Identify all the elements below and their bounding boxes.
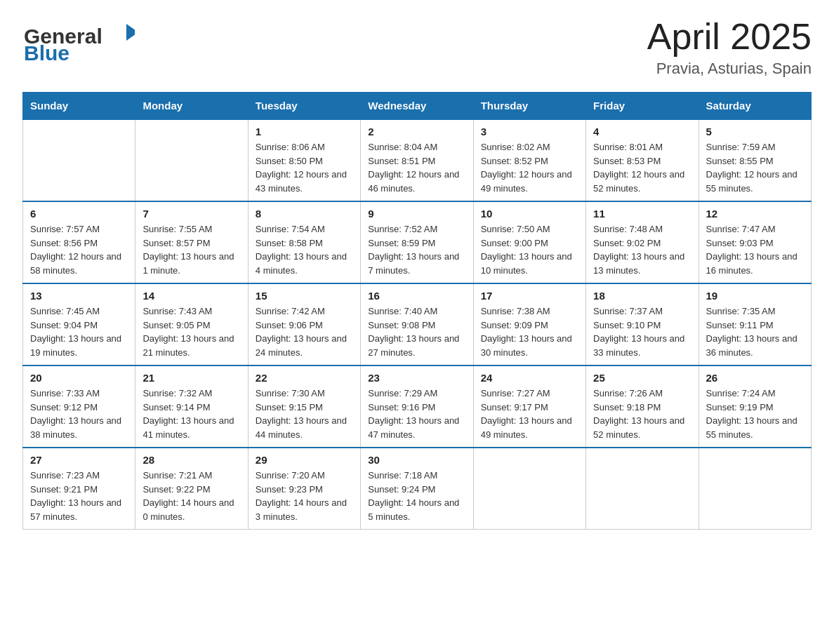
day-number: 3 [481,126,578,137]
day-number: 19 [706,290,804,302]
day-number: 4 [593,126,691,137]
day-number: 15 [256,290,353,302]
table-row: 14Sunrise: 7:43 AMSunset: 9:05 PMDayligh… [135,283,248,365]
day-info: Sunrise: 7:43 AMSunset: 9:05 PMDaylight:… [143,304,240,359]
day-info: Sunrise: 7:38 AMSunset: 9:09 PMDaylight:… [481,304,578,359]
day-info: Sunrise: 8:02 AMSunset: 8:52 PMDaylight:… [481,140,578,195]
day-info: Sunrise: 7:23 AMSunset: 9:21 PMDaylight:… [30,469,128,523]
day-number: 12 [706,208,804,220]
title-block: April 2025 Pravia, Asturias, Spain [647,17,812,78]
day-number: 2 [368,126,465,137]
day-info: Sunrise: 7:48 AMSunset: 9:02 PMDaylight:… [593,222,691,277]
table-row: 25Sunrise: 7:26 AMSunset: 9:18 PMDayligh… [586,365,699,448]
day-number: 16 [368,290,465,302]
day-number: 14 [143,290,240,302]
day-number: 20 [30,372,128,384]
table-row: 6Sunrise: 7:57 AMSunset: 8:56 PMDaylight… [23,201,135,283]
col-sunday: Sunday [23,93,135,120]
table-row: 7Sunrise: 7:55 AMSunset: 8:57 PMDaylight… [135,201,248,283]
calendar-week-row: 27Sunrise: 7:23 AMSunset: 9:21 PMDayligh… [23,448,812,530]
table-row: 24Sunrise: 7:27 AMSunset: 9:17 PMDayligh… [473,365,585,448]
day-number: 22 [256,372,353,384]
day-number: 8 [256,208,353,220]
day-number: 7 [143,208,240,220]
day-info: Sunrise: 7:37 AMSunset: 9:10 PMDaylight:… [593,304,691,359]
table-row: 29Sunrise: 7:20 AMSunset: 9:23 PMDayligh… [248,448,360,530]
col-tuesday: Tuesday [248,93,360,120]
table-row: 1Sunrise: 8:06 AMSunset: 8:50 PMDaylight… [248,119,360,201]
calendar-week-row: 6Sunrise: 7:57 AMSunset: 8:56 PMDaylight… [23,201,812,283]
table-row: 10Sunrise: 7:50 AMSunset: 9:00 PMDayligh… [473,201,585,283]
table-row: 18Sunrise: 7:37 AMSunset: 9:10 PMDayligh… [586,283,699,365]
day-info: Sunrise: 7:42 AMSunset: 9:06 PMDaylight:… [256,304,353,359]
col-thursday: Thursday [473,93,585,120]
table-row: 2Sunrise: 8:04 AMSunset: 8:51 PMDaylight… [361,119,473,201]
table-row: 13Sunrise: 7:45 AMSunset: 9:04 PMDayligh… [23,283,135,365]
table-row [23,119,135,201]
day-info: Sunrise: 7:32 AMSunset: 9:14 PMDaylight:… [143,387,240,441]
table-row: 15Sunrise: 7:42 AMSunset: 9:06 PMDayligh… [248,283,360,365]
day-info: Sunrise: 7:57 AMSunset: 8:56 PMDaylight:… [30,222,128,277]
table-row: 16Sunrise: 7:40 AMSunset: 9:08 PMDayligh… [361,283,473,365]
table-row: 22Sunrise: 7:30 AMSunset: 9:15 PMDayligh… [248,365,360,448]
table-row: 17Sunrise: 7:38 AMSunset: 9:09 PMDayligh… [473,283,585,365]
table-row: 4Sunrise: 8:01 AMSunset: 8:53 PMDaylight… [586,119,699,201]
svg-text:Blue: Blue [24,41,70,65]
table-row: 30Sunrise: 7:18 AMSunset: 9:24 PMDayligh… [361,448,473,530]
table-row: 11Sunrise: 7:48 AMSunset: 9:02 PMDayligh… [586,201,699,283]
day-number: 28 [143,454,240,466]
day-number: 24 [481,372,578,384]
table-row [473,448,585,530]
day-info: Sunrise: 7:18 AMSunset: 9:24 PMDaylight:… [368,469,465,523]
page-header: General Blue April 2025 Pravia, Asturias… [22,17,812,78]
day-number: 5 [706,126,804,137]
col-wednesday: Wednesday [361,93,473,120]
day-info: Sunrise: 7:21 AMSunset: 9:22 PMDaylight:… [143,469,240,523]
day-number: 26 [706,372,804,384]
day-info: Sunrise: 7:55 AMSunset: 8:57 PMDaylight:… [143,222,240,277]
day-info: Sunrise: 8:06 AMSunset: 8:50 PMDaylight:… [256,140,353,195]
day-number: 21 [143,372,240,384]
day-info: Sunrise: 7:27 AMSunset: 9:17 PMDaylight:… [481,387,578,441]
day-number: 27 [30,454,128,466]
day-number: 6 [30,208,128,220]
day-info: Sunrise: 7:20 AMSunset: 9:23 PMDaylight:… [256,469,353,523]
day-number: 10 [481,208,578,220]
table-row: 26Sunrise: 7:24 AMSunset: 9:19 PMDayligh… [699,365,811,448]
table-row: 21Sunrise: 7:32 AMSunset: 9:14 PMDayligh… [135,365,248,448]
day-info: Sunrise: 7:29 AMSunset: 9:16 PMDaylight:… [368,387,465,441]
day-info: Sunrise: 8:04 AMSunset: 8:51 PMDaylight:… [368,140,465,195]
day-number: 29 [256,454,353,466]
day-info: Sunrise: 7:35 AMSunset: 9:11 PMDaylight:… [706,304,804,359]
table-row: 20Sunrise: 7:33 AMSunset: 9:12 PMDayligh… [23,365,135,448]
day-info: Sunrise: 7:59 AMSunset: 8:55 PMDaylight:… [706,140,804,195]
day-number: 23 [368,372,465,384]
day-info: Sunrise: 7:45 AMSunset: 9:04 PMDaylight:… [30,304,128,359]
table-row [699,448,811,530]
day-info: Sunrise: 7:24 AMSunset: 9:19 PMDaylight:… [706,387,804,441]
day-number: 9 [368,208,465,220]
day-info: Sunrise: 8:01 AMSunset: 8:53 PMDaylight:… [593,140,691,195]
day-number: 13 [30,290,128,302]
day-info: Sunrise: 7:33 AMSunset: 9:12 PMDaylight:… [30,387,128,441]
page-subtitle: Pravia, Asturias, Spain [647,60,812,78]
day-number: 17 [481,290,578,302]
col-saturday: Saturday [699,93,811,120]
day-info: Sunrise: 7:47 AMSunset: 9:03 PMDaylight:… [706,222,804,277]
table-row: 9Sunrise: 7:52 AMSunset: 8:59 PMDaylight… [361,201,473,283]
day-number: 1 [256,126,353,137]
table-row: 28Sunrise: 7:21 AMSunset: 9:22 PMDayligh… [135,448,248,530]
table-row: 8Sunrise: 7:54 AMSunset: 8:58 PMDaylight… [248,201,360,283]
calendar-week-row: 20Sunrise: 7:33 AMSunset: 9:12 PMDayligh… [23,365,812,448]
calendar-week-row: 13Sunrise: 7:45 AMSunset: 9:04 PMDayligh… [23,283,812,365]
day-number: 18 [593,290,691,302]
logo: General Blue [22,17,135,66]
table-row [586,448,699,530]
table-row [135,119,248,201]
logo-svg: General Blue [22,17,135,66]
calendar-table: Sunday Monday Tuesday Wednesday Thursday… [22,92,812,530]
table-row: 27Sunrise: 7:23 AMSunset: 9:21 PMDayligh… [23,448,135,530]
col-friday: Friday [586,93,699,120]
page-title: April 2025 [647,17,812,57]
day-number: 11 [593,208,691,220]
